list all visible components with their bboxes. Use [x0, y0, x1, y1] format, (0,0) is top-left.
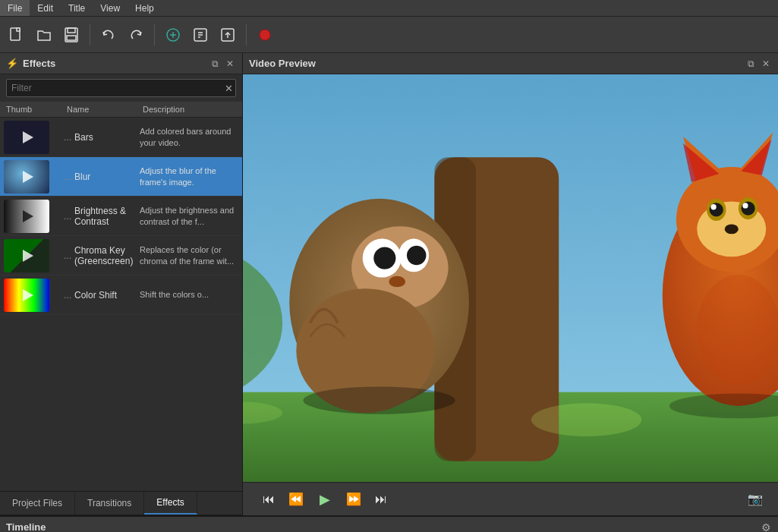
filter-clear-icon[interactable]: ✕ — [225, 83, 233, 94]
preview-header-controls: ⧉ ✕ — [745, 58, 772, 70]
video-preview-panel: Video Preview ⧉ ✕ — [243, 53, 778, 515]
svg-rect-3 — [68, 28, 75, 33]
menu-title[interactable]: Title — [61, 0, 93, 16]
preview-close-button[interactable]: ✕ — [760, 58, 772, 70]
tab-effects[interactable]: Effects — [144, 492, 197, 515]
svg-point-54 — [303, 386, 455, 414]
timeline-header: Timeline ⚙ — [0, 517, 778, 532]
play-button[interactable]: ▶ — [313, 487, 337, 512]
menu-edit[interactable]: Edit — [30, 0, 61, 16]
new-button[interactable] — [5, 23, 29, 47]
effect-row-brightness[interactable]: ... Brightness & Contrast Adjust the bri… — [0, 197, 242, 236]
open-button[interactable] — [32, 23, 56, 47]
rewind-button[interactable]: ⏪ — [285, 489, 307, 510]
svg-point-43 — [742, 203, 748, 208]
effect-row-blur[interactable]: ... Blur Adjust the blur of the frame's … — [0, 157, 242, 197]
toolbar-separator-3 — [246, 24, 247, 46]
svg-point-29 — [389, 276, 405, 288]
thumb-colorshift-inner — [4, 279, 49, 312]
effect-label-chroma: Chroma Key (Greenscreen) — [74, 245, 134, 266]
effect-label-colorshift: Color Shift — [74, 290, 117, 301]
screenshot-button[interactable]: 📷 — [748, 492, 763, 506]
timeline-section: Timeline ⚙ + ✂ ▼ |◀ ▶| 💾 75 seconds 00:0… — [0, 515, 778, 532]
filter-wrap: ✕ — [6, 79, 236, 97]
svg-point-45 — [697, 275, 778, 386]
effect-label-bars: Bars — [74, 132, 93, 143]
dots: ... — [64, 132, 71, 143]
effects-table-header: Thumb Name Description — [0, 102, 242, 118]
tab-transitions[interactable]: Transitions — [75, 492, 144, 515]
col-thumb: Thumb — [3, 103, 64, 115]
dots: ... — [64, 211, 71, 222]
play-icon — [23, 171, 33, 183]
thumb-bars-inner — [4, 121, 49, 154]
play-icon — [23, 250, 33, 262]
effect-row-colorshift[interactable]: ... Color Shift Shift the colors o... — [0, 275, 242, 315]
filter-input[interactable] — [6, 79, 236, 97]
effect-row-bars[interactable]: ... Bars Add colored bars around your vi… — [0, 118, 242, 157]
thumb-brightness-inner — [4, 200, 49, 233]
main-area: ⚡ Effects ⧉ ✕ ✕ Thumb Name Description — [0, 53, 778, 515]
add-button[interactable] — [161, 23, 185, 47]
effects-panel: ⚡ Effects ⧉ ✕ ✕ Thumb Name Description — [0, 53, 243, 515]
svg-point-44 — [725, 225, 739, 235]
effect-thumb-bars — [0, 119, 53, 156]
menu-view[interactable]: View — [93, 0, 128, 16]
effects-close-button[interactable]: ✕ — [224, 58, 236, 70]
effect-label-blur: Blur — [74, 172, 90, 182]
dots: ... — [64, 172, 71, 182]
col-desc: Description — [140, 103, 239, 115]
effect-name-chroma: ... Chroma Key (Greenscreen) — [61, 242, 137, 269]
menu-help[interactable]: Help — [128, 0, 162, 16]
menu-bar: File Edit Title View Help — [0, 0, 778, 17]
effect-desc-bars: Add colored bars around your video. — [137, 123, 242, 151]
effect-name-blur: ... Blur — [61, 168, 137, 185]
transport-controls: ⏮ ⏪ ▶ ⏩ ⏭ — [258, 487, 392, 512]
timeline-settings-button[interactable]: ⚙ — [760, 521, 772, 533]
tab-bar: Project Files Transitions Effects — [0, 491, 242, 515]
preview-float-button[interactable]: ⧉ — [745, 58, 757, 70]
effect-label-brightness: Brightness & Contrast — [74, 206, 134, 227]
play-icon — [23, 131, 33, 143]
svg-point-14 — [260, 30, 270, 40]
profile-button[interactable] — [188, 23, 213, 47]
preview-header: Video Preview ⧉ ✕ — [243, 53, 778, 74]
record-button[interactable] — [253, 23, 277, 47]
undo-button[interactable] — [96, 23, 121, 47]
play-icon — [23, 210, 33, 222]
filter-bar: ✕ — [0, 74, 242, 102]
effect-thumb-brightness — [0, 198, 53, 235]
menu-file[interactable]: File — [0, 0, 30, 16]
video-preview — [243, 74, 778, 482]
redo-button[interactable] — [124, 23, 148, 47]
svg-point-28 — [407, 246, 426, 265]
effect-name-bars: ... Bars — [61, 129, 137, 146]
effect-thumb-blur — [0, 159, 53, 195]
effect-desc-blur: Adjust the blur of the frame's image. — [137, 162, 242, 190]
effects-icon: ⚡ — [6, 58, 18, 69]
dots: ... — [64, 290, 71, 301]
export-button[interactable] — [216, 23, 240, 47]
svg-rect-1 — [17, 28, 20, 31]
video-scene — [243, 74, 778, 482]
preview-controls: ⏮ ⏪ ▶ ⏩ ⏭ 📷 — [243, 482, 778, 515]
tab-project-files[interactable]: Project Files — [0, 492, 75, 515]
effect-row-chroma[interactable]: ... Chroma Key (Greenscreen) Replaces th… — [0, 236, 242, 275]
svg-point-42 — [710, 204, 716, 209]
effect-thumb-chroma — [0, 238, 53, 274]
effects-title: ⚡ Effects — [6, 58, 55, 69]
skip-to-end-button[interactable]: ⏭ — [370, 489, 392, 510]
effects-label: Effects — [23, 58, 55, 69]
effect-desc-brightness: Adjust the brightness and contrast of th… — [137, 202, 242, 230]
thumb-blur-inner — [4, 160, 49, 194]
dots: ... — [64, 250, 71, 261]
toolbar-separator-1 — [90, 24, 90, 46]
save-button[interactable] — [59, 23, 83, 47]
effects-panel-header: ⚡ Effects ⧉ ✕ — [0, 53, 242, 74]
fast-forward-button[interactable]: ⏩ — [343, 489, 364, 510]
effects-float-button[interactable]: ⧉ — [209, 58, 221, 70]
svg-point-27 — [373, 247, 395, 269]
skip-to-start-button[interactable]: ⏮ — [258, 489, 279, 510]
svg-point-40 — [710, 203, 723, 216]
play-icon — [23, 289, 33, 301]
